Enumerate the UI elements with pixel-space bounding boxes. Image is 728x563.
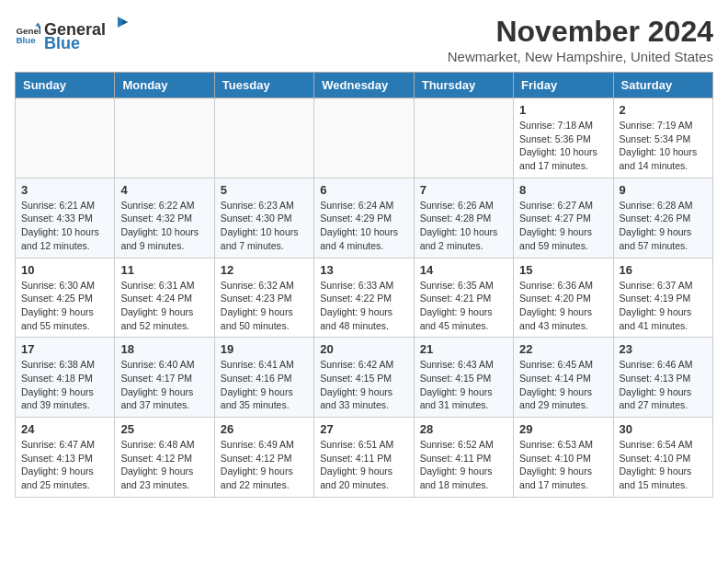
day-number: 8 xyxy=(519,183,607,197)
day-info: Sunrise: 6:28 AM Sunset: 4:26 PM Dayligh… xyxy=(620,199,707,253)
day-number: 28 xyxy=(420,422,507,436)
day-info: Sunrise: 6:40 AM Sunset: 4:17 PM Dayligh… xyxy=(120,358,208,412)
day-number: 21 xyxy=(420,342,507,356)
day-info: Sunrise: 6:53 AM Sunset: 4:10 PM Dayligh… xyxy=(519,438,607,492)
day-number: 11 xyxy=(120,263,208,277)
calendar-week-row: 17Sunrise: 6:38 AM Sunset: 4:18 PM Dayli… xyxy=(16,338,713,418)
day-info: Sunrise: 6:51 AM Sunset: 4:11 PM Dayligh… xyxy=(320,438,407,492)
day-number: 29 xyxy=(519,422,607,436)
day-info: Sunrise: 7:18 AM Sunset: 5:36 PM Dayligh… xyxy=(519,119,607,173)
day-number: 23 xyxy=(620,342,707,356)
day-info: Sunrise: 6:23 AM Sunset: 4:30 PM Dayligh… xyxy=(221,199,308,253)
calendar-table: SundayMondayTuesdayWednesdayThursdayFrid… xyxy=(15,72,713,498)
calendar-day-cell: 18Sunrise: 6:40 AM Sunset: 4:17 PM Dayli… xyxy=(115,338,214,418)
calendar-day-cell: 23Sunrise: 6:46 AM Sunset: 4:13 PM Dayli… xyxy=(613,338,712,418)
calendar-header-row: SundayMondayTuesdayWednesdayThursdayFrid… xyxy=(16,73,713,98)
day-info: Sunrise: 6:26 AM Sunset: 4:28 PM Dayligh… xyxy=(420,199,507,253)
calendar-day-cell xyxy=(115,98,214,178)
day-number: 10 xyxy=(21,263,108,277)
day-of-week-header: Wednesday xyxy=(314,73,414,98)
day-info: Sunrise: 6:22 AM Sunset: 4:32 PM Dayligh… xyxy=(120,199,208,253)
day-info: Sunrise: 6:45 AM Sunset: 4:14 PM Dayligh… xyxy=(519,358,607,412)
calendar-day-cell: 30Sunrise: 6:54 AM Sunset: 4:10 PM Dayli… xyxy=(613,418,712,498)
day-info: Sunrise: 6:52 AM Sunset: 4:11 PM Dayligh… xyxy=(420,438,507,492)
day-number: 3 xyxy=(21,183,108,197)
day-info: Sunrise: 6:46 AM Sunset: 4:13 PM Dayligh… xyxy=(620,358,707,412)
calendar-day-cell: 4Sunrise: 6:22 AM Sunset: 4:32 PM Daylig… xyxy=(115,178,214,258)
calendar-week-row: 3Sunrise: 6:21 AM Sunset: 4:33 PM Daylig… xyxy=(16,178,713,258)
day-info: Sunrise: 6:32 AM Sunset: 4:23 PM Dayligh… xyxy=(221,279,308,333)
calendar-day-cell: 9Sunrise: 6:28 AM Sunset: 4:26 PM Daylig… xyxy=(613,178,712,258)
day-number: 2 xyxy=(620,103,707,117)
day-info: Sunrise: 6:35 AM Sunset: 4:21 PM Dayligh… xyxy=(420,279,507,333)
calendar-day-cell: 1Sunrise: 7:18 AM Sunset: 5:36 PM Daylig… xyxy=(514,98,613,178)
calendar-day-cell: 22Sunrise: 6:45 AM Sunset: 4:14 PM Dayli… xyxy=(514,338,613,418)
month-title: November 2024 xyxy=(448,15,713,49)
calendar-day-cell: 20Sunrise: 6:42 AM Sunset: 4:15 PM Dayli… xyxy=(314,338,414,418)
calendar-day-cell xyxy=(414,98,513,178)
day-info: Sunrise: 6:49 AM Sunset: 4:12 PM Dayligh… xyxy=(221,438,308,492)
svg-marker-5 xyxy=(122,19,128,25)
day-info: Sunrise: 6:30 AM Sunset: 4:25 PM Dayligh… xyxy=(21,279,108,333)
day-number: 15 xyxy=(519,263,607,277)
day-number: 1 xyxy=(519,103,607,117)
day-number: 30 xyxy=(620,422,707,436)
day-info: Sunrise: 6:42 AM Sunset: 4:15 PM Dayligh… xyxy=(320,358,407,412)
day-of-week-header: Saturday xyxy=(613,73,712,98)
day-number: 13 xyxy=(320,263,407,277)
calendar-day-cell: 6Sunrise: 6:24 AM Sunset: 4:29 PM Daylig… xyxy=(314,178,414,258)
calendar-day-cell: 16Sunrise: 6:37 AM Sunset: 4:19 PM Dayli… xyxy=(613,258,712,338)
calendar-day-cell: 15Sunrise: 6:36 AM Sunset: 4:20 PM Dayli… xyxy=(514,258,613,338)
calendar-day-cell: 12Sunrise: 6:32 AM Sunset: 4:23 PM Dayli… xyxy=(214,258,313,338)
day-number: 26 xyxy=(221,422,308,436)
calendar-day-cell: 14Sunrise: 6:35 AM Sunset: 4:21 PM Dayli… xyxy=(414,258,513,338)
calendar-week-row: 24Sunrise: 6:47 AM Sunset: 4:13 PM Dayli… xyxy=(16,418,713,498)
svg-marker-2 xyxy=(35,22,40,26)
day-info: Sunrise: 6:36 AM Sunset: 4:20 PM Dayligh… xyxy=(519,279,607,333)
calendar-day-cell: 26Sunrise: 6:49 AM Sunset: 4:12 PM Dayli… xyxy=(214,418,313,498)
day-number: 9 xyxy=(620,183,707,197)
calendar-week-row: 1Sunrise: 7:18 AM Sunset: 5:36 PM Daylig… xyxy=(16,98,713,178)
day-info: Sunrise: 6:27 AM Sunset: 4:27 PM Dayligh… xyxy=(519,199,607,253)
logo-icon: General Blue xyxy=(15,21,40,47)
day-number: 5 xyxy=(221,183,308,197)
day-number: 18 xyxy=(120,342,208,356)
calendar-day-cell: 19Sunrise: 6:41 AM Sunset: 4:16 PM Dayli… xyxy=(214,338,313,418)
location-subtitle: Newmarket, New Hampshire, United States xyxy=(448,49,713,64)
day-number: 12 xyxy=(221,263,308,277)
page-header: General Blue General Blue November 2024 … xyxy=(15,15,713,64)
calendar-day-cell xyxy=(214,98,313,178)
calendar-day-cell: 3Sunrise: 6:21 AM Sunset: 4:33 PM Daylig… xyxy=(16,178,115,258)
calendar-day-cell: 2Sunrise: 7:19 AM Sunset: 5:34 PM Daylig… xyxy=(613,98,712,178)
day-number: 7 xyxy=(420,183,507,197)
day-number: 6 xyxy=(320,183,407,197)
day-number: 20 xyxy=(320,342,407,356)
logo-flag-icon xyxy=(108,15,128,35)
day-info: Sunrise: 6:33 AM Sunset: 4:22 PM Dayligh… xyxy=(320,279,407,333)
day-number: 14 xyxy=(420,263,507,277)
day-info: Sunrise: 6:31 AM Sunset: 4:24 PM Dayligh… xyxy=(120,279,208,333)
calendar-week-row: 10Sunrise: 6:30 AM Sunset: 4:25 PM Dayli… xyxy=(16,258,713,338)
calendar-day-cell: 11Sunrise: 6:31 AM Sunset: 4:24 PM Dayli… xyxy=(115,258,214,338)
day-number: 24 xyxy=(21,422,108,436)
day-of-week-header: Thursday xyxy=(414,73,513,98)
calendar-day-cell: 10Sunrise: 6:30 AM Sunset: 4:25 PM Dayli… xyxy=(16,258,115,338)
day-of-week-header: Tuesday xyxy=(214,73,313,98)
calendar-day-cell: 17Sunrise: 6:38 AM Sunset: 4:18 PM Dayli… xyxy=(16,338,115,418)
calendar-day-cell: 27Sunrise: 6:51 AM Sunset: 4:11 PM Dayli… xyxy=(314,418,414,498)
day-number: 4 xyxy=(120,183,208,197)
day-info: Sunrise: 6:54 AM Sunset: 4:10 PM Dayligh… xyxy=(620,438,707,492)
calendar-day-cell: 8Sunrise: 6:27 AM Sunset: 4:27 PM Daylig… xyxy=(514,178,613,258)
calendar-day-cell xyxy=(314,98,414,178)
svg-text:Blue: Blue xyxy=(16,35,36,45)
calendar-day-cell: 5Sunrise: 6:23 AM Sunset: 4:30 PM Daylig… xyxy=(214,178,313,258)
day-of-week-header: Monday xyxy=(115,73,214,98)
logo: General Blue General Blue xyxy=(15,15,130,53)
day-info: Sunrise: 6:43 AM Sunset: 4:15 PM Dayligh… xyxy=(420,358,507,412)
calendar-day-cell xyxy=(16,98,115,178)
day-info: Sunrise: 6:41 AM Sunset: 4:16 PM Dayligh… xyxy=(221,358,308,412)
title-area: November 2024 Newmarket, New Hampshire, … xyxy=(448,15,713,64)
day-info: Sunrise: 6:21 AM Sunset: 4:33 PM Dayligh… xyxy=(21,199,108,253)
calendar-day-cell: 13Sunrise: 6:33 AM Sunset: 4:22 PM Dayli… xyxy=(314,258,414,338)
day-info: Sunrise: 6:38 AM Sunset: 4:18 PM Dayligh… xyxy=(21,358,108,412)
